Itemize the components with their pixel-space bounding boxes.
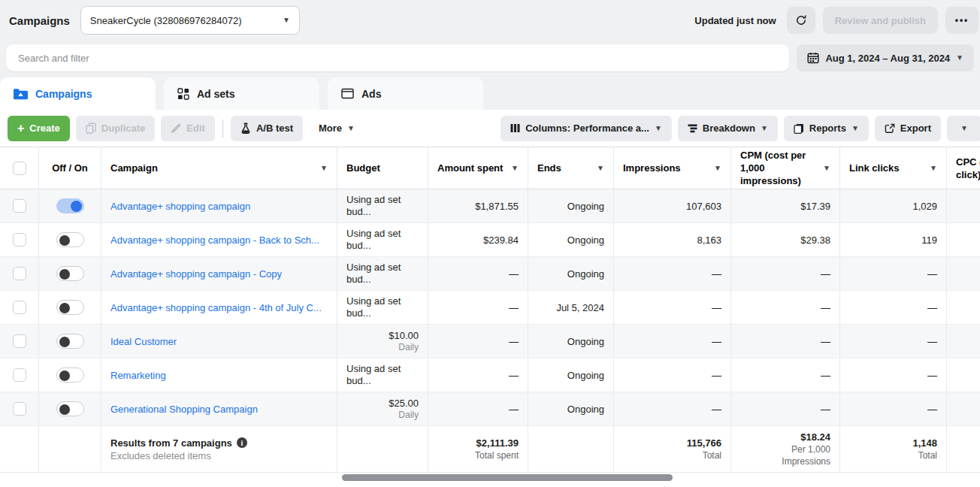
date-range-selector[interactable]: Aug 1, 2024 – Aug 31, 2024 ▼ xyxy=(797,44,974,71)
total-cpm: $18.24 Per 1,000 Impressions xyxy=(731,426,840,472)
search-input[interactable] xyxy=(6,44,789,71)
row-checkbox[interactable] xyxy=(13,267,26,280)
campaign-link[interactable]: Advantage+ shopping campaign xyxy=(110,201,250,212)
amount-spent-value: — xyxy=(428,325,528,358)
ads-manager-page: Campaigns SneakerCycle (328086976284072)… xyxy=(0,0,980,487)
row-checkbox[interactable] xyxy=(13,334,26,348)
toggle-knob xyxy=(59,235,70,246)
columns-button[interactable]: Columns: Performance a... ▼ xyxy=(501,116,672,141)
campaign-toggle[interactable] xyxy=(56,198,84,213)
plus-icon: + xyxy=(17,123,24,135)
horizontal-scrollbar xyxy=(0,473,980,483)
info-icon[interactable]: i xyxy=(237,437,247,448)
header-link-clicks[interactable]: Link clicks▼ xyxy=(840,147,947,189)
amount-spent-value: $239.84 xyxy=(428,223,528,256)
sort-caret-icon[interactable]: ▼ xyxy=(930,164,937,172)
date-range-label: Aug 1, 2024 – Aug 31, 2024 xyxy=(825,53,950,64)
columns-label: Columns: Performance a... xyxy=(525,123,649,134)
campaign-link[interactable]: Generational Shopping Campaign xyxy=(110,404,258,415)
amount-spent-value: — xyxy=(428,291,528,324)
campaign-toggle[interactable] xyxy=(56,300,84,315)
ends-value: Ongoing xyxy=(528,358,614,392)
breakdown-button[interactable]: Breakdown ▼ xyxy=(678,116,778,141)
cpm-value: $29.38 xyxy=(731,223,840,256)
more-options-button[interactable]: ••• xyxy=(945,7,978,34)
cpm-value: — xyxy=(731,325,840,358)
select-all-checkbox[interactable] xyxy=(13,162,26,175)
breakdown-icon xyxy=(688,124,697,133)
cpc-value xyxy=(947,358,980,392)
row-checkbox[interactable] xyxy=(13,402,26,416)
columns-icon xyxy=(510,123,520,133)
tab-ad-sets[interactable]: Ad sets xyxy=(164,77,319,110)
header-campaign[interactable]: Campaign▼ xyxy=(101,147,337,189)
campaign-toggle[interactable] xyxy=(56,232,84,247)
toggle-knob xyxy=(59,269,70,280)
ab-test-label: A/B test xyxy=(256,123,293,134)
tab-ads[interactable]: Ads xyxy=(328,77,483,110)
sort-caret-icon[interactable]: ▼ xyxy=(714,164,721,172)
header-amount-spent[interactable]: Amount spent▼ xyxy=(428,147,528,189)
cpc-value xyxy=(947,189,980,222)
toolbar-overflow-button[interactable]: ▼ xyxy=(947,116,980,141)
link-clicks-value: — xyxy=(840,392,947,425)
row-checkbox[interactable] xyxy=(13,301,26,314)
campaign-link[interactable]: Remarketing xyxy=(110,370,166,381)
header-budget[interactable]: Budget xyxy=(337,147,428,189)
more-button[interactable]: More ▼ xyxy=(309,116,364,141)
campaign-link[interactable]: Advantage+ shopping campaign - Copy xyxy=(110,268,282,280)
account-selector[interactable]: SneakerCycle (328086976284072) ▼ xyxy=(80,6,300,35)
impressions-value: — xyxy=(614,325,731,358)
ab-test-button[interactable]: A/B test xyxy=(231,116,303,141)
toolbar-right-group: Columns: Performance a... ▼ Breakdown ▼ xyxy=(501,116,972,141)
toggle-knob xyxy=(59,404,70,415)
header-cpc[interactable]: CPC (cost per link click) xyxy=(947,147,980,189)
toggle-knob xyxy=(59,337,70,347)
duplicate-button[interactable]: Duplicate xyxy=(76,116,156,141)
sort-caret-icon[interactable]: ▼ xyxy=(597,164,604,172)
header-impressions[interactable]: Impressions▼ xyxy=(614,147,731,189)
campaign-link[interactable]: Advantage+ shopping campaign - 4th of Ju… xyxy=(110,302,322,313)
campaign-link[interactable]: Ideal Customer xyxy=(110,336,177,347)
table-header-row: Off / On Campaign▼ Budget Amount spent▼ … xyxy=(0,147,980,189)
row-checkbox[interactable] xyxy=(13,368,26,382)
campaign-toggle[interactable] xyxy=(56,401,84,416)
cpc-value xyxy=(947,325,980,358)
header-cpm[interactable]: CPM (cost per 1,000 impressions)▼ xyxy=(731,147,840,189)
cpc-value xyxy=(947,223,980,256)
toggle-knob xyxy=(59,371,70,381)
edit-button[interactable]: Edit xyxy=(161,116,215,141)
amount-spent-value: — xyxy=(428,392,528,425)
sort-caret-icon[interactable]: ▼ xyxy=(511,164,519,172)
sort-caret-icon[interactable]: ▼ xyxy=(320,164,328,172)
impressions-value: — xyxy=(614,392,731,425)
header-ends[interactable]: Ends▼ xyxy=(528,147,614,189)
toolbar-divider xyxy=(222,119,223,138)
campaign-toggle[interactable] xyxy=(56,266,84,281)
chevron-down-icon: ▼ xyxy=(283,17,290,24)
impressions-value: 107,603 xyxy=(614,189,731,222)
row-checkbox[interactable] xyxy=(13,199,26,213)
level-tabs: Campaigns Ad sets Ads xyxy=(0,75,980,110)
reports-label: Reports xyxy=(809,123,846,134)
cpc-value xyxy=(947,392,980,425)
campaign-toggle[interactable] xyxy=(56,334,84,349)
row-checkbox[interactable] xyxy=(13,233,26,247)
campaign-toggle[interactable] xyxy=(56,368,84,383)
export-button[interactable]: Export xyxy=(875,116,941,141)
ends-value: Ongoing xyxy=(528,257,614,290)
table-row: Remarketing Using ad set bud... — Ongoin… xyxy=(0,358,980,392)
copy-icon xyxy=(86,123,96,134)
account-name: SneakerCycle (328086976284072) xyxy=(90,15,277,26)
scrollbar-thumb[interactable] xyxy=(342,474,673,481)
sort-caret-icon[interactable]: ▼ xyxy=(823,164,830,172)
refresh-button[interactable] xyxy=(787,7,815,34)
impressions-value: — xyxy=(614,257,731,290)
reports-button[interactable]: Reports ▼ xyxy=(784,116,869,141)
review-and-publish-button[interactable]: Review and publish xyxy=(823,7,938,34)
amount-spent-value: $1,871.55 xyxy=(428,189,528,222)
campaign-link[interactable]: Advantage+ shopping campaign - Back to S… xyxy=(110,234,319,246)
updated-status: Updated just now xyxy=(694,15,776,26)
create-button[interactable]: + Create xyxy=(8,116,70,141)
tab-campaigns[interactable]: Campaigns xyxy=(0,77,156,110)
